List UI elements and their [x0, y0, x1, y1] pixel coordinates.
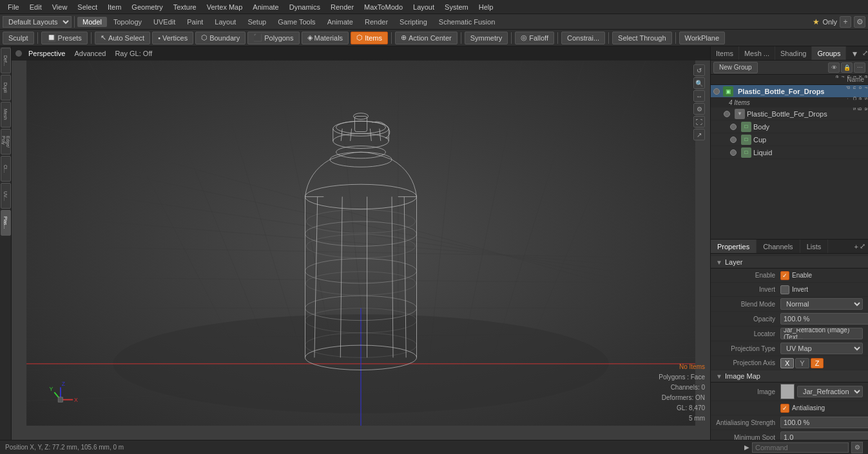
presets-button[interactable]: 🔲 Presets [41, 32, 88, 44]
menu-item-system[interactable]: System [439, 2, 474, 12]
viewport-perspective-label[interactable]: Perspective [26, 49, 68, 58]
menu-item-maxtomode[interactable]: MaxToModo [359, 2, 408, 12]
sidebar-btn-dup[interactable]: Dupli [1, 75, 11, 100]
opacity-input[interactable] [780, 313, 868, 325]
layout-tab-paint[interactable]: Paint [182, 17, 208, 27]
rp-tab-shading[interactable]: Shading [775, 46, 812, 60]
body-name[interactable]: Body [753, 123, 868, 131]
prop-section-image-map[interactable]: ▼ Image Map [711, 370, 868, 383]
sidebar-btn-cl[interactable]: Cl... [1, 156, 11, 182]
polygons-button[interactable]: ⬛ Polygons [247, 32, 299, 44]
tree-item-body[interactable]: □ Body [711, 120, 868, 133]
rp-tab-mesh[interactable]: Mesh ... [739, 46, 775, 60]
menu-item-select[interactable]: Select [72, 2, 102, 12]
layout-tab-animate[interactable]: Animate [322, 17, 358, 27]
prop-tab-lists[interactable]: Lists [800, 240, 829, 253]
falloff-button[interactable]: ◎ Falloff [515, 32, 554, 44]
scene-tree[interactable]: ▣ Plastic_Bottle_For_Drops 4 Items ▼ Pla… [711, 85, 868, 239]
viewport-advanced-label[interactable]: Advanced [72, 49, 108, 58]
layout-tab-game-tools[interactable]: Game Tools [273, 17, 321, 27]
viewport-canvas[interactable]: X Y Z [12, 61, 710, 426]
axis-z-button[interactable]: Z [811, 358, 824, 368]
boundary-button[interactable]: ⬡ Boundary [195, 32, 246, 44]
layout-tab-render[interactable]: Render [360, 17, 393, 27]
menu-item-layout[interactable]: Layout [408, 2, 439, 12]
menu-item-render[interactable]: Render [325, 2, 359, 12]
locator-dropdown[interactable]: Jar_Refraction (Image) (Text... [780, 328, 863, 339]
menu-item-file[interactable]: File [3, 2, 24, 12]
select-through-button[interactable]: Select Through [612, 32, 671, 44]
layout-tab-schematic[interactable]: Schematic Fusion [434, 17, 500, 27]
vertices-button[interactable]: • Vertices [152, 32, 193, 44]
menu-item-geometry[interactable]: Geometry [126, 2, 168, 12]
antialiasing-checkbox[interactable] [780, 404, 789, 413]
cup-name[interactable]: Cup [753, 136, 868, 144]
layout-dropdown[interactable]: Default Layouts [3, 16, 72, 28]
prop-tab-channels[interactable]: Channels [757, 240, 800, 253]
anti-strength-input[interactable] [780, 417, 868, 428]
auto-select-button[interactable]: ↖ Auto Select [95, 32, 150, 44]
tree-group-name[interactable]: Plastic_Bottle_For_Drops [738, 88, 824, 95]
image-thumbnail[interactable] [780, 384, 795, 399]
sidebar-btn-def[interactable]: Def... [1, 48, 11, 73]
rp-expand-button[interactable]: ⤢ [862, 49, 868, 57]
rp-tab-items[interactable]: Items [711, 46, 739, 60]
menu-item-vertex-map[interactable]: Vertex Map [202, 2, 248, 12]
tree-item-cup[interactable]: □ Cup [711, 133, 868, 146]
viewport[interactable]: Perspective Advanced Ray GL: Off [12, 46, 710, 440]
items-button[interactable]: ⬡ Items [351, 32, 388, 44]
sidebar-btn-plas[interactable]: Plas... [1, 210, 11, 236]
menu-item-help[interactable]: Help [474, 2, 499, 12]
workplane-button[interactable]: WorkPlane [679, 32, 726, 44]
prop-tab-expand[interactable]: ⤢ [860, 242, 865, 251]
sidebar-btn-mesh[interactable]: Mesh [1, 102, 11, 128]
tree-item-liquid[interactable]: □ Liquid [711, 146, 868, 159]
symmetry-button[interactable]: Symmetry [465, 32, 508, 44]
layout-settings-button[interactable]: ⚙ [854, 16, 865, 28]
body-eye-icon[interactable] [730, 124, 737, 130]
rp-tab-groups[interactable]: Groups [812, 46, 846, 60]
menu-item-view[interactable]: View [47, 2, 73, 12]
rp-tab-add-button[interactable]: ▾ [850, 48, 860, 59]
viewport-zoom-button[interactable]: 🔍 [693, 77, 705, 89]
layout-tab-layout[interactable]: Layout [209, 17, 241, 27]
sculpt-button[interactable]: Sculpt [3, 32, 34, 44]
constrain-button[interactable]: Constrai... [561, 32, 605, 44]
viewport-expand-button[interactable]: ↗ [693, 129, 705, 140]
materials-button[interactable]: ◈ Materials [302, 32, 349, 44]
menu-item-dynamics[interactable]: Dynamics [284, 2, 325, 12]
invert-checkbox[interactable] [780, 285, 789, 294]
cup-eye-icon[interactable] [730, 137, 737, 143]
rp-dots-button[interactable]: ⋯ [854, 62, 865, 73]
liquid-eye-icon[interactable] [730, 149, 737, 156]
viewport-fullscreen-button[interactable]: ⛶ [693, 116, 705, 128]
layout-add-button[interactable]: + [840, 16, 851, 28]
viewport-pan-button[interactable]: ↔ [693, 90, 705, 102]
viewport-orbit-button[interactable]: ↺ [693, 64, 705, 76]
image-dropdown[interactable]: Jar_Refraction [797, 386, 863, 397]
layout-tab-scripting[interactable]: Scripting [394, 17, 432, 27]
command-execute-button[interactable]: ⚙ [851, 442, 863, 453]
command-input[interactable] [752, 442, 849, 453]
tree-group-row[interactable]: ▣ Plastic_Bottle_For_Drops [711, 85, 868, 98]
group-eye-icon[interactable] [713, 88, 720, 95]
menu-item-animate[interactable]: Animate [247, 2, 284, 12]
tree-item-bottle[interactable]: ▼ Plastic_Bottle_For_Drops [711, 108, 868, 120]
axis-x-button[interactable]: X [780, 358, 794, 368]
viewport-dot[interactable] [15, 50, 22, 57]
sidebar-btn-uv[interactable]: UV... [1, 183, 11, 209]
rp-lock-button[interactable]: 🔒 [841, 62, 853, 73]
blend-mode-dropdown[interactable]: Normal [780, 298, 863, 310]
menu-item-edit[interactable]: Edit [24, 2, 47, 12]
prop-tab-properties[interactable]: Properties [711, 240, 757, 253]
bottle-eye-icon[interactable] [724, 111, 730, 117]
viewport-ray-gl-label[interactable]: Ray GL: Off [112, 49, 155, 58]
menu-item-item[interactable]: Item [102, 2, 126, 12]
rp-eye-button[interactable]: 👁 [828, 62, 840, 73]
action-center-button[interactable]: ⊕ Action Center [395, 32, 458, 44]
prop-section-layer[interactable]: ▼ Layer [711, 256, 868, 269]
layout-tab-setup[interactable]: Setup [242, 17, 271, 27]
min-spot-input[interactable] [780, 431, 868, 440]
layout-tab-model[interactable]: Model [77, 17, 107, 27]
bottle-name[interactable]: Plastic_Bottle_For_Drops [747, 110, 868, 118]
